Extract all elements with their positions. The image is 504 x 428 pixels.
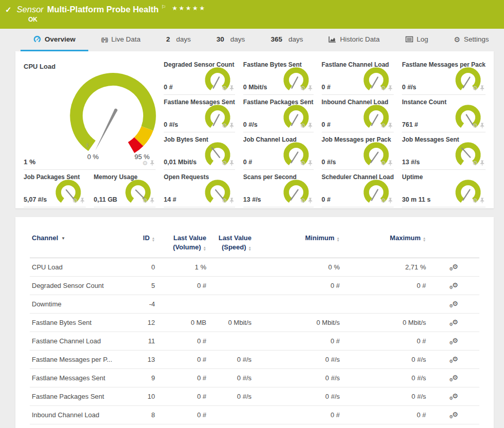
edit-channel-icon[interactable]: ⚙⚙	[449, 281, 458, 289]
column-header-channel[interactable]: Channel▼	[30, 226, 127, 258]
column-header-id[interactable]: ID▲▼	[127, 226, 157, 258]
tab-30-days[interactable]: 30 days	[204, 29, 258, 51]
gauge-cell[interactable]: Scheduler Channel Load 0 # ⚙	[322, 170, 394, 207]
pin-icon[interactable]	[388, 123, 393, 129]
gear-icon[interactable]: ⚙	[472, 198, 478, 204]
gauge-cell[interactable]: Open Requests 14 # ⚙	[164, 170, 235, 207]
star-rating[interactable]: ★★★★★	[172, 5, 206, 12]
gauge-cell[interactable]: Job Channel Load 0 # ⚙	[243, 132, 314, 170]
pin-icon[interactable]	[150, 198, 154, 204]
gear-icon[interactable]: ⚙	[380, 85, 386, 91]
gear-icon[interactable]: ⚙	[380, 160, 386, 166]
pin-icon[interactable]	[229, 198, 234, 204]
gear-icon[interactable]: ⚙	[300, 85, 306, 91]
gauge-cell[interactable]: Memory Usage 0,11 GB ⚙	[94, 170, 156, 207]
gear-icon[interactable]: ⚙	[472, 85, 478, 91]
gear-icon[interactable]: ⚙	[222, 123, 227, 129]
gauge-cell[interactable]: Fastlane Messages per Pack 0 #/s ⚙	[402, 57, 486, 95]
gear-icon[interactable]: ⚙	[142, 198, 148, 204]
tab-log[interactable]: Log	[393, 29, 441, 51]
gear-icon[interactable]: ⚙	[72, 198, 78, 204]
pin-icon[interactable]	[308, 160, 313, 166]
edit-channel-icon[interactable]: ⚙⚙	[449, 392, 458, 400]
gear-icon[interactable]: ⚙	[300, 160, 306, 166]
gauge-cell[interactable]: Fastlane Messages Sent 0 #/s ⚙	[164, 95, 235, 132]
pin-icon[interactable]	[388, 160, 393, 166]
gear-icon[interactable]: ⚙	[472, 123, 478, 129]
edit-channel-icon[interactable]: ⚙⚙	[449, 411, 458, 418]
gauge-cell[interactable]: Degraded Sensor Count 0 # ⚙	[164, 57, 235, 95]
tab-historic-data[interactable]: Historic Data	[316, 29, 392, 51]
edit-channel-icon[interactable]: ⚙⚙	[449, 337, 458, 344]
cpu-gauge-cell[interactable]: CPU Load x̄ 0 % 95 % 1 % ⚙	[24, 57, 156, 170]
edit-channel-icon[interactable]: ⚙⚙	[449, 300, 458, 307]
pin-icon[interactable]	[229, 85, 234, 91]
table-row[interactable]: Fastlane Messages Sent 9 0 # 0 #/s 0 #/s…	[30, 369, 479, 387]
pin-icon[interactable]	[80, 198, 85, 204]
gauge-cell[interactable]: Fastlane Channel Load 0 # ⚙	[322, 57, 394, 95]
channel-name[interactable]: Degraded Sensor Count	[30, 277, 127, 295]
gear-icon[interactable]: ⚙	[222, 198, 227, 204]
gauge-cell[interactable]: Uptime 30 m 11 s ⚙	[402, 170, 486, 207]
pin-icon[interactable]	[480, 85, 484, 91]
table-row[interactable]: Inbound Channel Load 8 0 # 0 # 0 # ⚙⚙	[30, 406, 479, 424]
edit-channel-icon[interactable]: ⚙⚙	[449, 374, 458, 381]
gear-icon[interactable]: ⚙	[472, 160, 478, 166]
channel-name[interactable]: Fastlane Messages per P...	[30, 351, 127, 369]
gear-icon[interactable]: ⚙	[300, 123, 306, 129]
tab-365-days[interactable]: 365 days	[258, 29, 316, 51]
column-header-max[interactable]: Maximum▲▼	[342, 226, 428, 258]
pin-icon[interactable]	[388, 198, 393, 204]
channel-name[interactable]: Downtime	[30, 295, 127, 314]
tab-live-data[interactable]: ((•)) Live Data	[88, 29, 153, 51]
table-row[interactable]: Downtime -4 ⚙⚙	[30, 295, 479, 314]
column-header-speed[interactable]: Last Value(Speed)▲▼	[208, 226, 254, 258]
channel-name[interactable]: Instance Count	[30, 424, 127, 428]
table-row[interactable]: CPU Load 0 1 % 0 % 2,71 % ⚙⚙	[30, 258, 479, 277]
channel-name[interactable]: CPU Load	[30, 258, 127, 277]
pin-icon[interactable]	[229, 123, 234, 129]
gauge-cell[interactable]: Scans per Second 13 #/s ⚙	[243, 170, 314, 207]
table-row[interactable]: Fastlane Packages Sent 10 0 # 0 #/s 0 #/…	[30, 387, 479, 406]
gear-icon[interactable]: ⚙	[380, 123, 386, 129]
column-header-min[interactable]: Minimum▲▼	[254, 226, 342, 258]
flag-icon[interactable]: ⚐	[161, 4, 166, 10]
gauge-cell[interactable]: Job Packages Sent 5,07 #/s ⚙	[24, 170, 86, 207]
channel-name[interactable]: Fastlane Bytes Sent	[30, 314, 127, 332]
gauge-cell[interactable]: Fastlane Packages Sent 0 #/s ⚙	[243, 95, 314, 132]
gear-icon[interactable]: ⚙	[222, 85, 227, 91]
edit-channel-icon[interactable]: ⚙⚙	[449, 355, 458, 363]
pin-icon[interactable]	[388, 85, 393, 91]
column-header-volume[interactable]: Last Value(Volume)▲▼	[157, 226, 208, 258]
gauge-cell[interactable]: Job Messages Sent 13 #/s ⚙	[402, 132, 486, 170]
table-row[interactable]: Degraded Sensor Count 5 0 # 0 # 0 # ⚙⚙	[30, 277, 479, 295]
channel-name[interactable]: Fastlane Channel Load	[30, 332, 127, 351]
pin-icon[interactable]	[480, 123, 484, 129]
pin-icon[interactable]	[308, 123, 313, 129]
gear-icon[interactable]: ⚙	[222, 160, 227, 166]
tab-settings[interactable]: ⚙ Settings	[441, 29, 501, 51]
channel-name[interactable]: Fastlane Messages Sent	[30, 369, 127, 387]
channel-name[interactable]: Inbound Channel Load	[30, 406, 127, 424]
edit-channel-icon[interactable]: ⚙⚙	[449, 318, 458, 326]
table-row[interactable]: Fastlane Channel Load 11 0 # 0 # 0 # ⚙⚙	[30, 332, 479, 351]
tab-2-days[interactable]: 2 days	[153, 29, 204, 51]
gauge-cell[interactable]: Job Bytes Sent 0,01 Mbit/s ⚙	[164, 132, 235, 170]
pin-icon[interactable]	[150, 160, 154, 166]
gear-icon[interactable]: ⚙	[380, 198, 386, 204]
pin-icon[interactable]	[308, 85, 313, 91]
channel-name[interactable]: Fastlane Packages Sent	[30, 387, 127, 406]
gauge-cell[interactable]: Job Messages per Pack 0 #/s ⚙	[322, 132, 394, 170]
edit-channel-icon[interactable]: ⚙⚙	[449, 263, 458, 270]
gauge-cell[interactable]: Fastlane Bytes Sent 0 Mbit/s ⚙	[243, 57, 314, 95]
table-row[interactable]: Instance Count 6 761 # 103 # 761 # ⚙⚙	[30, 424, 479, 428]
gauge-cell[interactable]: Inbound Channel Load 0 # ⚙	[322, 95, 394, 132]
pin-icon[interactable]	[480, 198, 484, 204]
tab-overview[interactable]: Overview	[21, 29, 88, 51]
table-row[interactable]: Fastlane Bytes Sent 12 0 MB 0 Mbit/s 0 M…	[30, 314, 479, 332]
pin-icon[interactable]	[229, 160, 234, 166]
pin-icon[interactable]	[480, 160, 484, 166]
pin-icon[interactable]	[308, 198, 313, 204]
gear-icon[interactable]: ⚙	[142, 160, 148, 166]
gauge-cell[interactable]: Instance Count 761 # ⚙	[402, 95, 486, 132]
